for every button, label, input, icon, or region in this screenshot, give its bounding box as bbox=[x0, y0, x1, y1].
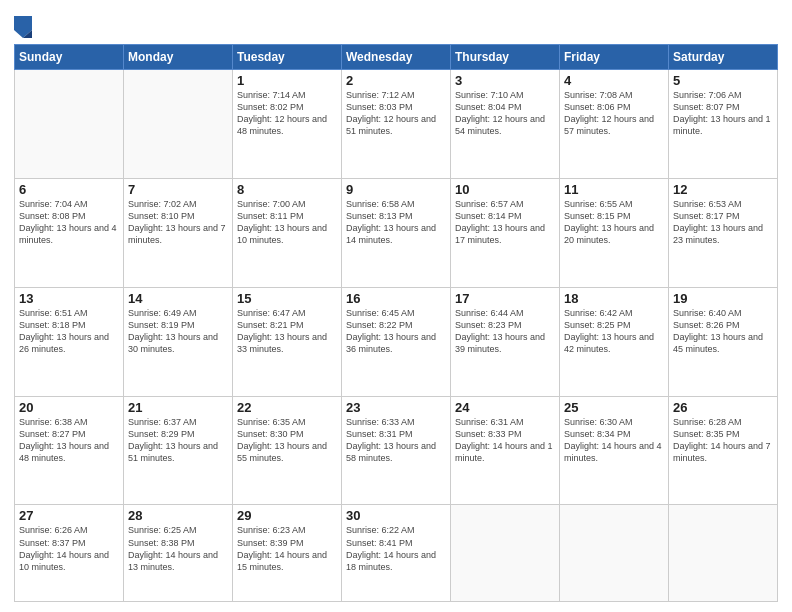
day-info: Sunrise: 6:31 AM Sunset: 8:33 PM Dayligh… bbox=[455, 416, 555, 465]
calendar-cell bbox=[15, 70, 124, 179]
day-info: Sunrise: 7:04 AM Sunset: 8:08 PM Dayligh… bbox=[19, 198, 119, 247]
calendar-cell: 29Sunrise: 6:23 AM Sunset: 8:39 PM Dayli… bbox=[233, 505, 342, 602]
day-number: 8 bbox=[237, 182, 337, 197]
calendar-cell: 9Sunrise: 6:58 AM Sunset: 8:13 PM Daylig… bbox=[342, 178, 451, 287]
day-number: 30 bbox=[346, 508, 446, 523]
day-number: 23 bbox=[346, 400, 446, 415]
day-info: Sunrise: 6:42 AM Sunset: 8:25 PM Dayligh… bbox=[564, 307, 664, 356]
day-info: Sunrise: 6:49 AM Sunset: 8:19 PM Dayligh… bbox=[128, 307, 228, 356]
day-number: 16 bbox=[346, 291, 446, 306]
day-info: Sunrise: 6:47 AM Sunset: 8:21 PM Dayligh… bbox=[237, 307, 337, 356]
day-number: 25 bbox=[564, 400, 664, 415]
calendar-cell: 8Sunrise: 7:00 AM Sunset: 8:11 PM Daylig… bbox=[233, 178, 342, 287]
day-info: Sunrise: 6:58 AM Sunset: 8:13 PM Dayligh… bbox=[346, 198, 446, 247]
calendar-cell bbox=[124, 70, 233, 179]
day-number: 17 bbox=[455, 291, 555, 306]
day-number: 28 bbox=[128, 508, 228, 523]
day-info: Sunrise: 6:51 AM Sunset: 8:18 PM Dayligh… bbox=[19, 307, 119, 356]
day-number: 15 bbox=[237, 291, 337, 306]
day-number: 6 bbox=[19, 182, 119, 197]
calendar-cell: 7Sunrise: 7:02 AM Sunset: 8:10 PM Daylig… bbox=[124, 178, 233, 287]
calendar-cell: 22Sunrise: 6:35 AM Sunset: 8:30 PM Dayli… bbox=[233, 396, 342, 505]
calendar-cell bbox=[669, 505, 778, 602]
day-number: 9 bbox=[346, 182, 446, 197]
day-number: 2 bbox=[346, 73, 446, 88]
weekday-header-tuesday: Tuesday bbox=[233, 45, 342, 70]
calendar-cell: 17Sunrise: 6:44 AM Sunset: 8:23 PM Dayli… bbox=[451, 287, 560, 396]
week-row-3: 13Sunrise: 6:51 AM Sunset: 8:18 PM Dayli… bbox=[15, 287, 778, 396]
calendar-cell: 16Sunrise: 6:45 AM Sunset: 8:22 PM Dayli… bbox=[342, 287, 451, 396]
logo-icon bbox=[14, 16, 32, 38]
day-info: Sunrise: 6:40 AM Sunset: 8:26 PM Dayligh… bbox=[673, 307, 773, 356]
calendar-cell bbox=[451, 505, 560, 602]
day-number: 22 bbox=[237, 400, 337, 415]
logo bbox=[14, 14, 34, 38]
calendar-cell: 13Sunrise: 6:51 AM Sunset: 8:18 PM Dayli… bbox=[15, 287, 124, 396]
calendar-table: SundayMondayTuesdayWednesdayThursdayFrid… bbox=[14, 44, 778, 602]
calendar-cell: 12Sunrise: 6:53 AM Sunset: 8:17 PM Dayli… bbox=[669, 178, 778, 287]
day-number: 27 bbox=[19, 508, 119, 523]
day-number: 20 bbox=[19, 400, 119, 415]
day-info: Sunrise: 7:00 AM Sunset: 8:11 PM Dayligh… bbox=[237, 198, 337, 247]
day-number: 26 bbox=[673, 400, 773, 415]
calendar-cell: 10Sunrise: 6:57 AM Sunset: 8:14 PM Dayli… bbox=[451, 178, 560, 287]
calendar-cell: 19Sunrise: 6:40 AM Sunset: 8:26 PM Dayli… bbox=[669, 287, 778, 396]
calendar-cell: 5Sunrise: 7:06 AM Sunset: 8:07 PM Daylig… bbox=[669, 70, 778, 179]
day-info: Sunrise: 6:35 AM Sunset: 8:30 PM Dayligh… bbox=[237, 416, 337, 465]
day-number: 4 bbox=[564, 73, 664, 88]
day-number: 7 bbox=[128, 182, 228, 197]
day-number: 21 bbox=[128, 400, 228, 415]
day-number: 18 bbox=[564, 291, 664, 306]
calendar-cell: 24Sunrise: 6:31 AM Sunset: 8:33 PM Dayli… bbox=[451, 396, 560, 505]
day-info: Sunrise: 6:25 AM Sunset: 8:38 PM Dayligh… bbox=[128, 524, 228, 573]
calendar-cell: 6Sunrise: 7:04 AM Sunset: 8:08 PM Daylig… bbox=[15, 178, 124, 287]
day-number: 14 bbox=[128, 291, 228, 306]
day-info: Sunrise: 7:02 AM Sunset: 8:10 PM Dayligh… bbox=[128, 198, 228, 247]
calendar-cell: 3Sunrise: 7:10 AM Sunset: 8:04 PM Daylig… bbox=[451, 70, 560, 179]
day-info: Sunrise: 6:33 AM Sunset: 8:31 PM Dayligh… bbox=[346, 416, 446, 465]
day-info: Sunrise: 6:37 AM Sunset: 8:29 PM Dayligh… bbox=[128, 416, 228, 465]
week-row-5: 27Sunrise: 6:26 AM Sunset: 8:37 PM Dayli… bbox=[15, 505, 778, 602]
week-row-1: 1Sunrise: 7:14 AM Sunset: 8:02 PM Daylig… bbox=[15, 70, 778, 179]
weekday-header-sunday: Sunday bbox=[15, 45, 124, 70]
calendar-cell: 14Sunrise: 6:49 AM Sunset: 8:19 PM Dayli… bbox=[124, 287, 233, 396]
day-info: Sunrise: 6:23 AM Sunset: 8:39 PM Dayligh… bbox=[237, 524, 337, 573]
header bbox=[14, 10, 778, 38]
weekday-header-monday: Monday bbox=[124, 45, 233, 70]
calendar-cell: 23Sunrise: 6:33 AM Sunset: 8:31 PM Dayli… bbox=[342, 396, 451, 505]
day-info: Sunrise: 6:57 AM Sunset: 8:14 PM Dayligh… bbox=[455, 198, 555, 247]
day-info: Sunrise: 6:38 AM Sunset: 8:27 PM Dayligh… bbox=[19, 416, 119, 465]
page: SundayMondayTuesdayWednesdayThursdayFrid… bbox=[0, 0, 792, 612]
weekday-header-thursday: Thursday bbox=[451, 45, 560, 70]
weekday-header-saturday: Saturday bbox=[669, 45, 778, 70]
calendar-cell: 15Sunrise: 6:47 AM Sunset: 8:21 PM Dayli… bbox=[233, 287, 342, 396]
day-info: Sunrise: 6:26 AM Sunset: 8:37 PM Dayligh… bbox=[19, 524, 119, 573]
day-info: Sunrise: 7:12 AM Sunset: 8:03 PM Dayligh… bbox=[346, 89, 446, 138]
day-info: Sunrise: 6:30 AM Sunset: 8:34 PM Dayligh… bbox=[564, 416, 664, 465]
day-number: 5 bbox=[673, 73, 773, 88]
calendar-cell: 25Sunrise: 6:30 AM Sunset: 8:34 PM Dayli… bbox=[560, 396, 669, 505]
day-number: 29 bbox=[237, 508, 337, 523]
week-row-4: 20Sunrise: 6:38 AM Sunset: 8:27 PM Dayli… bbox=[15, 396, 778, 505]
day-info: Sunrise: 6:53 AM Sunset: 8:17 PM Dayligh… bbox=[673, 198, 773, 247]
day-info: Sunrise: 6:28 AM Sunset: 8:35 PM Dayligh… bbox=[673, 416, 773, 465]
calendar-cell: 21Sunrise: 6:37 AM Sunset: 8:29 PM Dayli… bbox=[124, 396, 233, 505]
calendar-cell: 4Sunrise: 7:08 AM Sunset: 8:06 PM Daylig… bbox=[560, 70, 669, 179]
calendar-cell: 18Sunrise: 6:42 AM Sunset: 8:25 PM Dayli… bbox=[560, 287, 669, 396]
calendar-cell: 20Sunrise: 6:38 AM Sunset: 8:27 PM Dayli… bbox=[15, 396, 124, 505]
calendar-cell bbox=[560, 505, 669, 602]
calendar-cell: 26Sunrise: 6:28 AM Sunset: 8:35 PM Dayli… bbox=[669, 396, 778, 505]
day-info: Sunrise: 6:45 AM Sunset: 8:22 PM Dayligh… bbox=[346, 307, 446, 356]
day-info: Sunrise: 6:44 AM Sunset: 8:23 PM Dayligh… bbox=[455, 307, 555, 356]
calendar-cell: 2Sunrise: 7:12 AM Sunset: 8:03 PM Daylig… bbox=[342, 70, 451, 179]
day-number: 11 bbox=[564, 182, 664, 197]
week-row-2: 6Sunrise: 7:04 AM Sunset: 8:08 PM Daylig… bbox=[15, 178, 778, 287]
day-number: 19 bbox=[673, 291, 773, 306]
calendar-cell: 27Sunrise: 6:26 AM Sunset: 8:37 PM Dayli… bbox=[15, 505, 124, 602]
day-info: Sunrise: 7:10 AM Sunset: 8:04 PM Dayligh… bbox=[455, 89, 555, 138]
weekday-header-row: SundayMondayTuesdayWednesdayThursdayFrid… bbox=[15, 45, 778, 70]
day-info: Sunrise: 6:55 AM Sunset: 8:15 PM Dayligh… bbox=[564, 198, 664, 247]
day-number: 13 bbox=[19, 291, 119, 306]
day-number: 12 bbox=[673, 182, 773, 197]
calendar-cell: 11Sunrise: 6:55 AM Sunset: 8:15 PM Dayli… bbox=[560, 178, 669, 287]
